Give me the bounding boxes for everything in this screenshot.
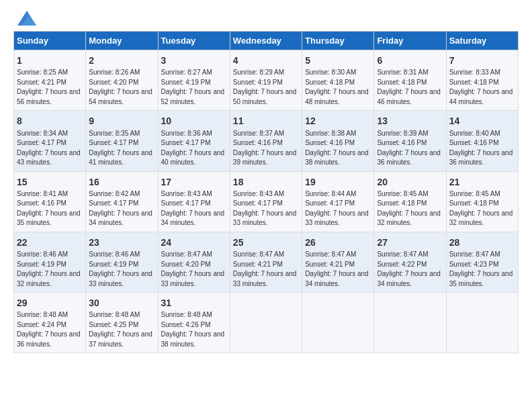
sunrise-text: Sunrise: 8:48 AM (17, 311, 68, 318)
sunrise-text: Sunrise: 8:27 AM (161, 68, 212, 76)
daylight-text: Daylight: 7 hours and 38 minutes. (161, 330, 225, 348)
day-cell: 1Sunrise: 8:25 AMSunset: 4:21 PMDaylight… (14, 50, 86, 111)
sunrise-text: Sunrise: 8:39 AM (377, 130, 428, 137)
day-cell: 12Sunrise: 8:38 AMSunset: 4:16 PMDayligh… (302, 111, 374, 171)
page-header (13, 11, 519, 26)
sunset-text: Sunset: 4:20 PM (89, 79, 138, 86)
day-cell: 9Sunrise: 8:35 AMSunset: 4:17 PMDaylight… (86, 111, 158, 171)
day-number: 12 (305, 114, 371, 128)
day-number: 16 (89, 175, 154, 189)
day-number: 31 (161, 296, 227, 310)
day-cell: 19Sunrise: 8:44 AMSunset: 4:17 PMDayligh… (302, 171, 374, 232)
day-cell: 11Sunrise: 8:37 AMSunset: 4:16 PMDayligh… (230, 111, 302, 171)
sunrise-text: Sunrise: 8:47 AM (305, 250, 356, 258)
day-cell: 14Sunrise: 8:40 AMSunset: 4:16 PMDayligh… (446, 111, 518, 171)
sunset-text: Sunset: 4:17 PM (89, 139, 138, 146)
daylight-text: Daylight: 7 hours and 36 minutes. (449, 149, 513, 167)
day-cell: 25Sunrise: 8:47 AMSunset: 4:21 PMDayligh… (230, 232, 302, 292)
day-cell: 27Sunrise: 8:47 AMSunset: 4:22 PMDayligh… (374, 232, 446, 292)
sunset-text: Sunset: 4:19 PM (17, 261, 66, 268)
logo (13, 11, 36, 26)
sunset-text: Sunset: 4:21 PM (305, 261, 355, 268)
daylight-text: Daylight: 7 hours and 35 minutes. (449, 270, 513, 287)
day-number: 23 (89, 236, 154, 249)
day-cell: 6Sunrise: 8:31 AMSunset: 4:18 PMDaylight… (374, 50, 446, 111)
daylight-text: Daylight: 7 hours and 38 minutes. (305, 149, 369, 167)
daylight-text: Daylight: 7 hours and 39 minutes. (233, 149, 297, 167)
col-header-saturday: Saturday (446, 32, 518, 50)
daylight-text: Daylight: 7 hours and 32 minutes. (449, 210, 513, 227)
calendar-table: SundayMondayTuesdayWednesdayThursdayFrid… (13, 31, 519, 353)
week-row-2: 1Sunrise: 8:25 AMSunset: 4:21 PMDaylight… (14, 50, 519, 111)
sunrise-text: Sunrise: 8:33 AM (449, 68, 500, 76)
week-row-4: 15Sunrise: 8:41 AMSunset: 4:16 PMDayligh… (14, 171, 519, 232)
day-cell: 8Sunrise: 8:34 AMSunset: 4:17 PMDaylight… (14, 111, 86, 171)
sunset-text: Sunset: 4:16 PM (17, 199, 66, 207)
day-number: 13 (377, 114, 443, 128)
sunrise-text: Sunrise: 8:29 AM (233, 68, 284, 76)
day-number: 24 (161, 236, 227, 249)
sunset-text: Sunset: 4:16 PM (305, 139, 355, 146)
sunrise-text: Sunrise: 8:42 AM (89, 190, 140, 197)
day-number: 7 (449, 54, 515, 67)
sunrise-text: Sunrise: 8:38 AM (305, 130, 356, 137)
col-header-sunday: Sunday (14, 32, 86, 50)
day-cell (446, 293, 518, 353)
daylight-text: Daylight: 7 hours and 54 minutes. (89, 88, 152, 105)
day-cell: 29Sunrise: 8:48 AMSunset: 4:24 PMDayligh… (14, 293, 86, 353)
daylight-text: Daylight: 7 hours and 46 minutes. (377, 88, 441, 105)
day-cell: 7Sunrise: 8:33 AMSunset: 4:18 PMDaylight… (446, 50, 518, 111)
sunrise-text: Sunrise: 8:36 AM (161, 130, 212, 137)
sunset-text: Sunset: 4:19 PM (161, 79, 211, 86)
day-number: 19 (305, 175, 371, 189)
day-cell: 15Sunrise: 8:41 AMSunset: 4:16 PMDayligh… (14, 171, 86, 232)
sunset-text: Sunset: 4:18 PM (449, 199, 499, 207)
col-header-monday: Monday (86, 32, 158, 50)
sunrise-text: Sunrise: 8:34 AM (17, 130, 68, 137)
day-number: 28 (449, 236, 515, 249)
sunrise-text: Sunrise: 8:47 AM (161, 250, 212, 258)
day-cell: 21Sunrise: 8:45 AMSunset: 4:18 PMDayligh… (446, 171, 518, 232)
header-row: SundayMondayTuesdayWednesdayThursdayFrid… (14, 32, 519, 50)
sunrise-text: Sunrise: 8:30 AM (305, 68, 356, 76)
day-number: 25 (233, 236, 299, 249)
sunset-text: Sunset: 4:20 PM (161, 261, 211, 268)
sunrise-text: Sunrise: 8:46 AM (89, 250, 140, 258)
day-cell: 24Sunrise: 8:47 AMSunset: 4:20 PMDayligh… (158, 232, 230, 292)
day-cell: 20Sunrise: 8:45 AMSunset: 4:18 PMDayligh… (374, 171, 446, 232)
sunrise-text: Sunrise: 8:45 AM (377, 190, 428, 197)
day-cell (374, 293, 446, 353)
day-number: 3 (161, 54, 227, 67)
col-header-tuesday: Tuesday (158, 32, 230, 50)
daylight-text: Daylight: 7 hours and 52 minutes. (161, 88, 225, 105)
sunrise-text: Sunrise: 8:31 AM (377, 68, 428, 76)
day-number: 1 (17, 54, 83, 67)
day-number: 15 (17, 175, 83, 189)
daylight-text: Daylight: 7 hours and 33 minutes. (161, 270, 225, 287)
daylight-text: Daylight: 7 hours and 33 minutes. (305, 210, 369, 227)
daylight-text: Daylight: 7 hours and 33 minutes. (233, 210, 297, 227)
sunset-text: Sunset: 4:23 PM (449, 261, 499, 268)
sunrise-text: Sunrise: 8:35 AM (89, 130, 140, 137)
sunset-text: Sunset: 4:17 PM (89, 199, 138, 207)
day-number: 6 (377, 54, 443, 67)
daylight-text: Daylight: 7 hours and 36 minutes. (377, 149, 441, 167)
day-number: 9 (89, 114, 154, 128)
day-cell: 18Sunrise: 8:43 AMSunset: 4:17 PMDayligh… (230, 171, 302, 232)
day-cell: 13Sunrise: 8:39 AMSunset: 4:16 PMDayligh… (374, 111, 446, 171)
day-number: 18 (233, 175, 299, 189)
day-number: 26 (305, 236, 371, 249)
day-cell (230, 293, 302, 353)
sunset-text: Sunset: 4:18 PM (377, 79, 427, 86)
sunrise-text: Sunrise: 8:41 AM (17, 190, 68, 197)
day-number: 5 (305, 54, 371, 67)
sunrise-text: Sunrise: 8:47 AM (377, 250, 428, 258)
day-number: 11 (233, 114, 299, 128)
daylight-text: Daylight: 7 hours and 33 minutes. (89, 270, 152, 287)
daylight-text: Daylight: 7 hours and 34 minutes. (377, 270, 441, 287)
logo-icon (17, 11, 36, 26)
day-cell: 28Sunrise: 8:47 AMSunset: 4:23 PMDayligh… (446, 232, 518, 292)
sunset-text: Sunset: 4:17 PM (161, 199, 211, 207)
sunset-text: Sunset: 4:18 PM (377, 199, 427, 207)
daylight-text: Daylight: 7 hours and 35 minutes. (17, 210, 81, 227)
